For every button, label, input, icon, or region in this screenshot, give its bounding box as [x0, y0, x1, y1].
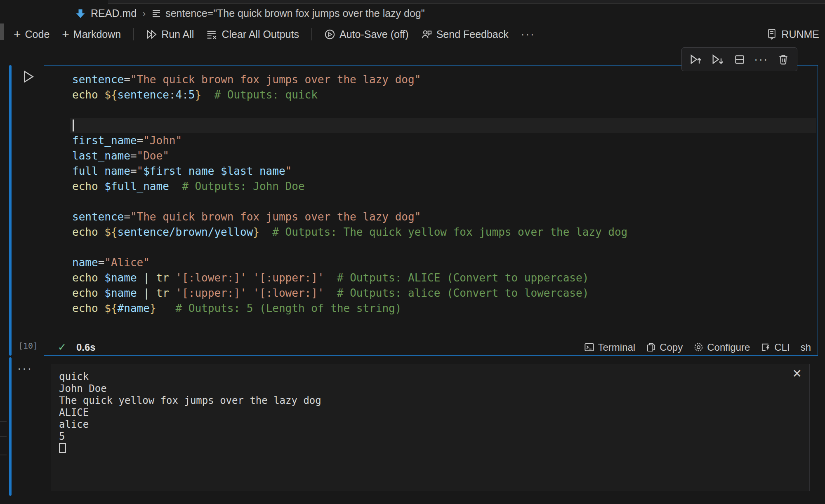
toolbar-divider [133, 28, 134, 40]
auto-save-toggle[interactable]: Auto-Save (off) [324, 28, 409, 40]
code-cell: sentence="The quick brown fox jumps over… [44, 65, 818, 356]
cli-icon [761, 342, 771, 352]
output-line: quick [59, 371, 801, 383]
code-line[interactable]: last_name="Doe" [72, 148, 818, 164]
cell-toolbar: ··· [681, 47, 797, 71]
tab-bar-edge [0, 0, 825, 4]
code-line[interactable]: echo ${#name} # Outputs: 5 (Length of th… [72, 301, 818, 316]
output-focus-indicator[interactable] [9, 357, 12, 496]
breadcrumb-file[interactable]: READ.md [91, 7, 137, 19]
cell-more-actions-button[interactable]: ··· [754, 52, 768, 66]
add-markdown-cell-button[interactable]: + Markdown [62, 28, 121, 40]
markdown-file-icon [75, 8, 86, 19]
clear-outputs-icon [206, 29, 217, 40]
auto-save-label: Auto-Save (off) [339, 28, 409, 40]
send-feedback-label: Send Feedback [436, 28, 509, 40]
delete-cell-button[interactable] [776, 52, 790, 66]
add-code-cell-button[interactable]: + Code [14, 28, 50, 40]
left-gutter-mark [0, 436, 7, 437]
execute-above-button[interactable] [688, 52, 702, 66]
terminal-icon [584, 342, 594, 352]
cell-status-bar: ✓ 0.6s Terminal Copy [44, 339, 818, 355]
configure-button[interactable]: Configure [693, 342, 750, 353]
execute-below-button[interactable] [710, 52, 724, 66]
code-line[interactable] [70, 118, 816, 133]
code-line[interactable]: name="Alice" [72, 255, 818, 270]
breadcrumb-section-label: sentence="The quick brown fox jumps over… [165, 7, 425, 19]
terminal-button[interactable]: Terminal [584, 342, 635, 353]
split-cell-button[interactable] [733, 52, 747, 66]
execution-count-label: [10] [18, 341, 38, 351]
feedback-icon [421, 29, 432, 40]
symbol-list-icon [151, 9, 161, 19]
output-more-actions[interactable]: ··· [17, 362, 33, 375]
breadcrumb-section[interactable]: sentence="The quick brown fox jumps over… [151, 7, 425, 19]
execution-duration: 0.6s [76, 342, 96, 353]
code-line[interactable] [72, 103, 818, 118]
auto-save-icon [324, 29, 335, 40]
left-gutter-mark [0, 421, 7, 422]
code-line[interactable]: echo $name | tr '[:lower:]' '[:upper:]' … [72, 270, 818, 286]
code-lines: sentence="The quick brown fox jumps over… [72, 72, 818, 316]
code-line[interactable]: sentence="The quick brown fox jumps over… [72, 72, 818, 87]
code-line[interactable]: first_name="John" [72, 133, 818, 148]
add-code-label: Code [25, 28, 50, 40]
language-picker[interactable]: sh [801, 342, 811, 353]
code-line[interactable]: sentence="The quick brown fox jumps over… [72, 209, 818, 225]
toolbar-divider [311, 28, 312, 40]
left-gutter-mark [0, 455, 7, 455]
output-lines: quickJohn DoeThe quick yellow fox jumps … [59, 371, 801, 455]
plus-icon: + [62, 28, 69, 40]
code-line[interactable]: echo $name | tr '[:upper:]' '[:lower:]' … [72, 286, 818, 301]
copy-button[interactable]: Copy [646, 342, 683, 353]
output-line: ALICE [59, 407, 801, 419]
cli-button[interactable]: CLI [761, 342, 790, 353]
success-check-icon: ✓ [58, 341, 66, 353]
runme-label: RUNME [781, 28, 819, 40]
cell-status-actions: Terminal Copy Configure [584, 342, 811, 353]
run-cell-button[interactable] [21, 69, 36, 85]
gear-icon [693, 342, 704, 352]
copy-label: Copy [660, 342, 683, 353]
run-all-label: Run All [161, 28, 194, 40]
run-all-button[interactable]: Run All [146, 28, 194, 40]
code-line[interactable]: full_name="$first_name $last_name" [72, 164, 818, 179]
notebook-toolbar: + Code + Markdown Run All Clear All Outp… [0, 23, 825, 45]
copy-icon [646, 342, 656, 352]
code-line[interactable]: echo ${sentence:4:5} # Outputs: quick [72, 87, 818, 103]
cli-label: CLI [774, 342, 790, 353]
terminal-label: Terminal [598, 342, 635, 353]
cell-focus-indicator[interactable] [9, 65, 12, 356]
output-line: The quick yellow fox jumps over the lazy… [59, 395, 801, 407]
runme-icon [766, 28, 777, 40]
code-line[interactable] [72, 240, 818, 255]
output-line: John Doe [59, 383, 801, 395]
add-markdown-label: Markdown [73, 28, 121, 40]
clear-all-outputs-label: Clear All Outputs [222, 28, 299, 40]
breadcrumb: READ.md › sentence="The quick brown fox … [0, 4, 825, 23]
text-cursor [73, 120, 74, 131]
vscode-notebook-window: READ.md › sentence="The quick brown fox … [0, 0, 825, 504]
output-line: alice [59, 419, 801, 431]
clear-all-outputs-button[interactable]: Clear All Outputs [206, 28, 299, 40]
code-line[interactable]: echo $full_name # Outputs: John Doe [72, 179, 818, 194]
send-feedback-button[interactable]: Send Feedback [421, 28, 509, 40]
toolbar-more-button[interactable]: ··· [521, 28, 535, 41]
output-line: 5 [59, 431, 801, 443]
terminal-cursor [59, 443, 66, 453]
runme-extension-button[interactable]: RUNME [766, 28, 819, 40]
run-all-icon [146, 29, 157, 40]
plus-icon: + [14, 28, 21, 40]
code-line[interactable]: echo ${sentence/brown/yellow} # Outputs:… [72, 225, 818, 240]
cell-editor[interactable]: sentence="The quick brown fox jumps over… [44, 66, 818, 338]
configure-label: Configure [707, 342, 750, 353]
cell-output-terminal[interactable]: quickJohn DoeThe quick yellow fox jumps … [51, 364, 810, 491]
breadcrumb-separator-icon: › [141, 8, 146, 19]
close-output-icon[interactable]: ✕ [792, 368, 802, 380]
code-line[interactable] [72, 194, 818, 209]
